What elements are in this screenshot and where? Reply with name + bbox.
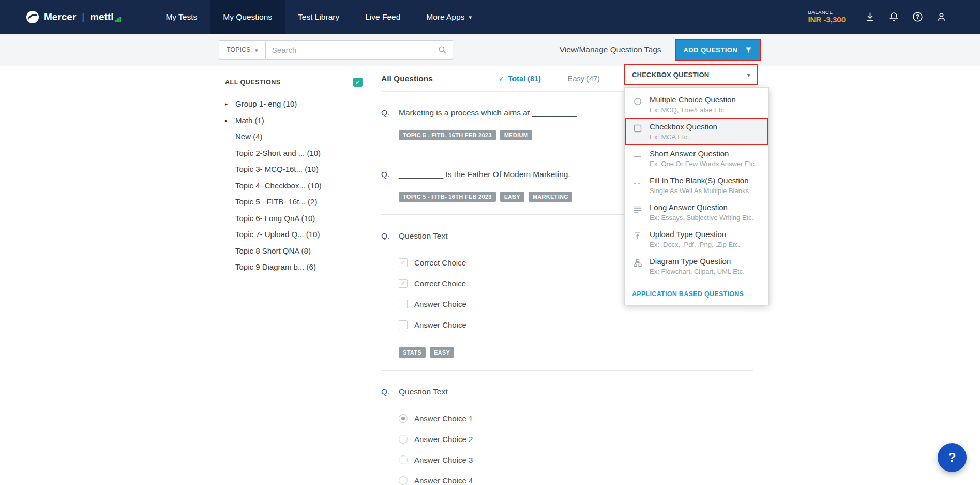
menu-item-subtitle: Ex: Flowchart, Clipart, UML Etc. [650,268,745,275]
nav-item-label: Test Library [298,12,339,22]
question-type-option[interactable]: Multiple Choice Question Ex: MCQ, True/F… [625,91,768,118]
diagram-icon [631,257,644,275]
search-input[interactable] [272,46,438,54]
question-text: Question Text [399,231,448,241]
sidebar-topic[interactable]: ▸ Math (1) [225,112,363,129]
question-type-option[interactable]: Long Answer Question Ex: Essays, Subject… [625,199,768,226]
radio-button[interactable] [399,476,408,485]
nav-item[interactable]: My Questions [210,0,285,34]
question-text: Marketing is a process which aims at ___… [399,108,577,117]
topic-label: Topic 5 - FITB- 16t... (2) [235,197,317,206]
brand-separator: | [82,11,84,22]
radio-button[interactable] [399,435,408,444]
application-based-questions-link[interactable]: APPLICATION BASED QUESTIONS → [625,283,768,305]
topic-label: Topic 7- Upload Q... (10) [235,230,320,239]
sidebar-topic[interactable]: ▸ New (4) [225,128,363,145]
question-type-option[interactable]: Checkbox Question Ex: MCA Etc. [625,118,768,145]
question-prefix: Q. [381,170,399,179]
choice-label: Correct Choice [414,279,466,288]
upload-icon [631,230,644,248]
add-question-button[interactable]: ADD QUESTION [676,40,760,60]
fill-blank-icon [631,176,644,195]
add-question-label: ADD QUESTION [684,46,737,54]
option-texts: Short Answer Question Ex: One Or Few Wor… [650,149,756,168]
nav-item[interactable]: Live Feed [352,0,413,34]
option-texts: Fill In The Blank(S) Question Single As … [650,176,749,195]
mettl-text: mettl [90,11,113,23]
question-prefix: Q. [381,387,399,396]
topic-label: Topic 6- Long QnA (10) [235,214,315,223]
topic-label: Math (1) [235,116,264,125]
expand-arrow-icon[interactable]: ▸ [225,117,235,123]
sidebar-topic[interactable]: ▸ Topic 9 Diagram b... (6) [225,259,363,275]
radio-button[interactable] [399,455,408,464]
expand-arrow-icon[interactable]: ▸ [225,101,235,107]
tag-badge: TOPIC 5 - FITB- 16TH FEB 2023 [399,130,496,140]
topics-label: TOPICS [227,46,250,53]
checkbox[interactable] [399,258,408,267]
radio-button[interactable] [399,414,408,423]
question-type-select[interactable]: CHECKBOX QUESTION ▾ [624,64,758,85]
option-texts: Long Answer Question Ex: Essays, Subject… [650,203,753,222]
short-answer-icon [631,149,644,168]
tab-label: Total (81) [508,75,540,83]
topic-label: Group 1- eng (10) [235,99,297,108]
navbar-right: BALANCE INR -3,300 ? [808,0,980,34]
sidebar-header-label: ALL QUESTIONS [225,79,281,86]
menu-item-title: Long Answer Question [650,203,753,212]
topics-sidebar: ALL QUESTIONS ✓ ▸ Group 1- eng (10) ▸ Ma… [217,66,369,485]
option-texts: Multiple Choice Question Ex: MCQ, True/F… [650,95,736,114]
checkbox[interactable] [399,300,408,308]
menu-item-subtitle: Ex: Essays, Subjective Writing Etc. [650,214,753,222]
topic-label: New (4) [235,132,263,141]
nav-item[interactable]: More Apps ▾ [413,0,485,34]
svg-text:?: ? [916,13,919,20]
menu-item-title: Checkbox Question [650,122,717,131]
nav-item-label: My Questions [223,12,272,22]
menu-item-title: Short Answer Question [650,149,756,158]
user-icon[interactable] [929,11,953,22]
brand-logo[interactable]: Mercer | mettl [0,0,122,34]
search-icon[interactable] [438,45,447,54]
help-icon[interactable]: ? [906,11,929,22]
tag-badge: TOPIC 5 - FITB- 16TH FEB 2023 [399,192,496,202]
nav-item[interactable]: My Tests [153,0,210,34]
menu-item-subtitle: Ex: .Docx, .Pdf, .Png, .Zip Etc. [650,241,740,248]
bell-icon[interactable] [882,11,906,22]
sidebar-topic[interactable]: ▸ Topic 8 Short QNA (8) [225,243,363,259]
nav-item[interactable]: Test Library [285,0,352,34]
sidebar-topic[interactable]: ▸ Topic 2-Short and ... (10) [225,145,363,161]
add-question-highlight: ADD QUESTION [675,39,761,61]
menu-item-subtitle: Ex: MCA Etc. [650,133,717,141]
checkbox-icon [631,122,644,141]
menu-item-title: Upload Type Question [650,230,740,239]
caret-down-icon: ▾ [255,47,258,54]
topics-dropdown[interactable]: TOPICS ▾ [219,40,266,60]
sidebar-topic[interactable]: ▸ Topic 4- Checkbox... (10) [225,178,363,194]
checkbox[interactable] [399,279,408,288]
question-type-option[interactable]: Fill In The Blank(S) Question Single As … [625,172,768,199]
choice-label: Answer Choice 4 [414,476,473,485]
sidebar-topic[interactable]: ▸ Group 1- eng (10) [225,96,363,112]
question-type-option[interactable]: Short Answer Question Ex: One Or Few Wor… [625,145,768,172]
top-navbar: Mercer | mettl My Tests My Questions Tes… [0,0,980,34]
filter-tab[interactable]: ✓ Total (81) [499,75,541,83]
sidebar-topic[interactable]: ▸ Topic 3- MCQ-16t... (10) [225,161,363,178]
manage-question-tags-link[interactable]: View/Manage Question Tags [560,45,661,54]
filter-tab[interactable]: Easy (47) [568,75,600,83]
topics-list: ▸ Group 1- eng (10) ▸ Math (1) ▸ New (4)… [225,96,363,275]
sidebar-topic[interactable]: ▸ Topic 5 - FITB- 16t... (2) [225,194,363,210]
topic-label: Topic 9 Diagram b... (6) [235,262,316,271]
checkbox[interactable] [399,320,408,329]
help-fab-button[interactable]: ? [938,443,967,472]
question-type-option[interactable]: Diagram Type Question Ex: Flowchart, Cli… [625,253,768,280]
question-item[interactable]: Q. Question Text Answer Choice 1 Answer … [381,371,753,485]
option-texts: Checkbox Question Ex: MCA Etc. [650,122,717,141]
download-icon[interactable] [858,11,882,22]
question-type-option[interactable]: Upload Type Question Ex: .Docx, .Pdf, .P… [625,226,768,253]
sidebar-topic[interactable]: ▸ Topic 7- Upload Q... (10) [225,226,363,243]
sidebar-topic[interactable]: ▸ Topic 6- Long QnA (10) [225,210,363,227]
select-all-checkbox[interactable]: ✓ [353,78,363,87]
sidebar-header: ALL QUESTIONS ✓ [225,78,363,87]
choice-row: Answer Choice 1 [399,408,753,429]
